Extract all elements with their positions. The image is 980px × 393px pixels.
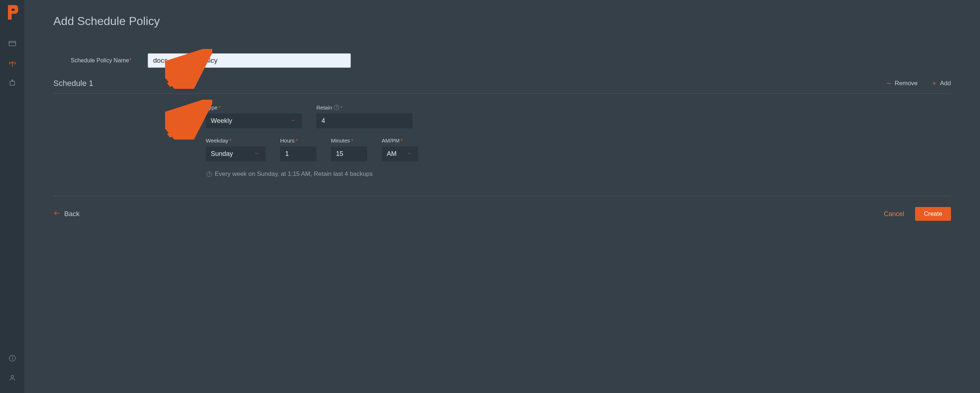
- schedule-header: Schedule 1 − Remove + Add: [53, 79, 951, 93]
- hours-input[interactable]: [280, 146, 317, 161]
- help-icon[interactable]: ?: [334, 105, 339, 110]
- dashboard-icon[interactable]: [8, 39, 17, 48]
- divider: [53, 196, 951, 196]
- schedule-title: Schedule 1: [53, 79, 93, 88]
- help-icon: ?: [207, 171, 212, 177]
- ampm-label: AM/PM*: [382, 138, 418, 144]
- cancel-button[interactable]: Cancel: [884, 210, 904, 218]
- svg-point-10: [11, 375, 13, 378]
- main-content: Add Schedule Policy Schedule Policy Name…: [24, 0, 980, 393]
- retain-input[interactable]: [317, 114, 412, 128]
- weekday-select[interactable]: Sunday: [206, 146, 266, 161]
- svg-point-9: [12, 357, 12, 357]
- broadcast-icon[interactable]: [8, 59, 17, 67]
- retain-label: Retain ? *: [317, 105, 412, 111]
- policy-name-label: Schedule Policy Name*: [53, 57, 133, 64]
- sidebar: [0, 0, 24, 393]
- plus-icon: +: [932, 79, 937, 88]
- policy-name-input[interactable]: [148, 53, 351, 68]
- minutes-label: Minutes*: [331, 138, 367, 144]
- minutes-input[interactable]: [331, 146, 367, 161]
- type-label: Type*: [206, 105, 302, 111]
- plugin-icon[interactable]: [8, 78, 17, 87]
- minus-icon: −: [886, 79, 891, 88]
- schedule-body: Type* Weekly Retain ? *: [53, 105, 951, 177]
- create-button[interactable]: Create: [915, 207, 951, 221]
- weekday-label: Weekday*: [206, 138, 266, 144]
- arrow-left-icon: [53, 209, 60, 219]
- user-icon[interactable]: [8, 373, 17, 382]
- footer: Back Cancel Create: [53, 207, 951, 221]
- info-icon[interactable]: [8, 354, 17, 363]
- svg-point-5: [12, 62, 13, 63]
- page-title: Add Schedule Policy: [53, 14, 951, 28]
- hours-label: Hours*: [280, 138, 317, 144]
- add-schedule-button[interactable]: + Add: [932, 79, 951, 88]
- schedule-summary: ? Every week on Sunday, at 1:15 AM, Reta…: [206, 170, 951, 177]
- logo: [5, 4, 20, 21]
- back-button[interactable]: Back: [53, 209, 80, 219]
- policy-name-row: Schedule Policy Name*: [53, 53, 951, 68]
- remove-schedule-button[interactable]: − Remove: [886, 79, 918, 88]
- type-select[interactable]: Weekly: [206, 114, 302, 128]
- ampm-select[interactable]: AM: [382, 146, 418, 161]
- svg-rect-0: [9, 41, 15, 46]
